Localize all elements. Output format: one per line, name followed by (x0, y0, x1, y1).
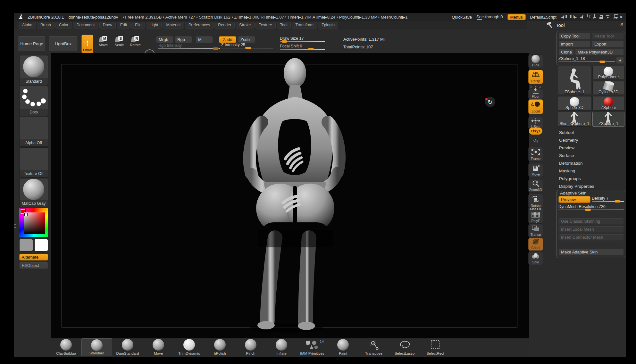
z-intensity-slider-handle[interactable] (245, 47, 251, 49)
tool-thumb-sphere3d-3[interactable]: Sphere3D (558, 96, 591, 111)
make-adaptive-skin-button[interactable]: Make Adaptive Skin (558, 249, 624, 255)
menu-render[interactable]: Render (214, 22, 235, 29)
draw-size-slider[interactable]: Draw Size 17 (280, 36, 325, 42)
focal-shift-slider-handle[interactable] (308, 48, 314, 50)
tool-name-slider-track[interactable] (558, 62, 615, 62)
rgb-intensity-slider-handle[interactable] (213, 47, 219, 50)
fillobject-button[interactable]: FillObject (19, 262, 48, 269)
dynamesh-resolution-slider[interactable]: DynaMesh Resolution 720 (558, 204, 624, 210)
brush-selectlasso[interactable]: SelectLasso (389, 338, 420, 356)
section-subtool[interactable]: Subtool (559, 130, 574, 135)
adaptive-skin-title[interactable]: Adaptive Skin (560, 191, 587, 195)
strip-move-button[interactable]: Move (528, 163, 543, 177)
section-deformation[interactable]: Deformation (559, 161, 583, 166)
export-button[interactable]: Export (592, 41, 624, 47)
strip-zoom3d-button[interactable]: Zoom3D (528, 179, 543, 193)
tool-name-slider-handle[interactable] (599, 61, 605, 63)
paint-mode-rgb-button[interactable]: Rgb (175, 36, 192, 43)
import-button[interactable]: Import (558, 41, 590, 47)
tool-name-slider[interactable]: ZSphere_1. 18 (558, 56, 615, 62)
density-slider[interactable]: Density 7 (592, 196, 624, 202)
strip-y-button[interactable]: ↺y (529, 137, 542, 144)
home-page-button[interactable]: Home Page (18, 36, 46, 51)
palette-alpha-off[interactable]: Alpha Off (19, 117, 48, 147)
strip-persp-button[interactable]: Persp (528, 70, 543, 84)
lightbox-button[interactable]: LightBox (49, 36, 78, 51)
see-through-handle[interactable] (477, 19, 482, 20)
menu-file[interactable]: File (131, 22, 145, 29)
tool-thumb-zsphere-1-0[interactable]: ZSphere_1 (558, 66, 591, 95)
brush-trimdynamic[interactable]: TrimDynamic (174, 338, 205, 356)
minimize-button[interactable] (606, 15, 610, 19)
brush-paint[interactable]: Paint (328, 338, 358, 356)
tool-thumb-cylinder3d-2[interactable]: Cylinder3D (592, 81, 624, 95)
density-slider-track[interactable] (592, 201, 624, 202)
section-geometry[interactable]: Geometry (559, 138, 578, 143)
strip-frame-button[interactable]: Frame (528, 147, 543, 161)
prev-doc-icon[interactable]: ◀ (580, 15, 586, 19)
menus-button[interactable]: Menus (507, 14, 526, 20)
brush-claybuildup[interactable]: ClayBuildup (51, 338, 81, 356)
menu-color[interactable]: Color (55, 22, 72, 29)
strip-bpr-button[interactable]: BPR (528, 54, 543, 68)
shrink-right-icon[interactable]: ▶ (570, 15, 576, 19)
sculpt-model-mannequin[interactable] (51, 53, 529, 338)
color-picker[interactable] (19, 208, 48, 237)
section-preview[interactable]: Preview (559, 145, 574, 150)
brush-damstandard[interactable]: DamStandard (112, 338, 143, 356)
tool-thumb-zsphere-4[interactable]: ZSphere (592, 96, 624, 111)
close-button[interactable]: × (620, 14, 623, 20)
palette-standard[interactable]: Standard (19, 55, 48, 85)
rgb-intensity-slider-track[interactable] (158, 48, 220, 49)
menu-document[interactable]: Document (73, 22, 98, 29)
draw-size-slider-track[interactable] (280, 41, 325, 42)
shrink-left-icon[interactable]: ◀ (561, 15, 567, 19)
tool-thumb-skin-zsphere-1-5[interactable]: Skin_ZSphere_1 (558, 112, 591, 127)
see-through-slider[interactable]: See-through 0 (476, 14, 503, 20)
menu-edit[interactable]: Edit (117, 22, 131, 29)
paint-mode-mrgb-button[interactable]: Mrgb (156, 36, 173, 43)
menu-material[interactable]: Material (163, 22, 184, 29)
zadd-button[interactable]: Zadd (219, 36, 236, 43)
palette-texture-off[interactable]: Texture Off (19, 147, 48, 178)
make-polymesh3d-button[interactable]: Make PolyMesh3D (575, 49, 624, 55)
menu-zplugin[interactable]: Zplugin (318, 22, 338, 29)
zsub-button[interactable]: Zsub (238, 36, 255, 43)
brush-inflate[interactable]: Inflate (266, 338, 297, 356)
strip-transp-button[interactable]: Transp (528, 224, 543, 237)
menu-transform[interactable]: Transform (292, 22, 317, 29)
section-polygroups[interactable]: Polygroups (559, 176, 581, 181)
sv-selector[interactable] (24, 213, 28, 216)
zscript-button[interactable]: DefaultZScript (530, 15, 556, 20)
strip-xyz-button[interactable]: ↺xyz (529, 128, 542, 135)
rename-tool-button[interactable]: R (616, 57, 624, 64)
quicksave-button[interactable]: QuickSave (452, 15, 472, 20)
strip-local-button[interactable]: Local (528, 99, 543, 114)
brush-imm-primitives[interactable]: 14IMM Primitives (297, 338, 328, 356)
brush-selectrect[interactable]: SelectRect (420, 338, 451, 356)
menu-texture[interactable]: Texture (255, 22, 276, 29)
draw-mode-button[interactable]: Draw (81, 35, 93, 53)
main-color-swatch[interactable] (19, 239, 33, 252)
strip-polyf-button[interactable]: Line FillPolyF (528, 207, 543, 224)
menu-brush[interactable]: Brush (37, 22, 54, 29)
menu-tool[interactable]: Tool (277, 22, 291, 29)
menu-draw[interactable]: Draw (99, 22, 116, 29)
gizmo-rotate-button[interactable]: RRotate (129, 36, 142, 47)
draw-size-slider-handle[interactable] (281, 40, 287, 43)
strip-solo-button[interactable]: Solo (528, 252, 543, 265)
section-masking[interactable]: Masking (559, 169, 575, 173)
brush-transpose[interactable]: Transpose (358, 338, 389, 356)
paint-mode-m-button[interactable]: M (196, 36, 213, 43)
menu-preferences[interactable]: Preferences (185, 22, 213, 29)
strip-floor-button[interactable]: Floor (528, 89, 543, 99)
preview-toggle-button[interactable]: Preview (558, 196, 590, 203)
strip-rotate-button[interactable]: Rotate (528, 194, 543, 209)
dynamesh-resolution-slider-handle[interactable] (585, 209, 591, 211)
refresh-rotate-icon[interactable]: ↻ (485, 97, 495, 107)
secondary-color-swatch[interactable] (34, 239, 48, 252)
z-intensity-slider[interactable]: Z Intensity 25 (221, 43, 273, 48)
copy-tool-button[interactable]: Copy Tool (558, 33, 590, 39)
density-slider-handle[interactable] (615, 200, 620, 203)
palette-dots[interactable]: Dots (19, 86, 48, 116)
